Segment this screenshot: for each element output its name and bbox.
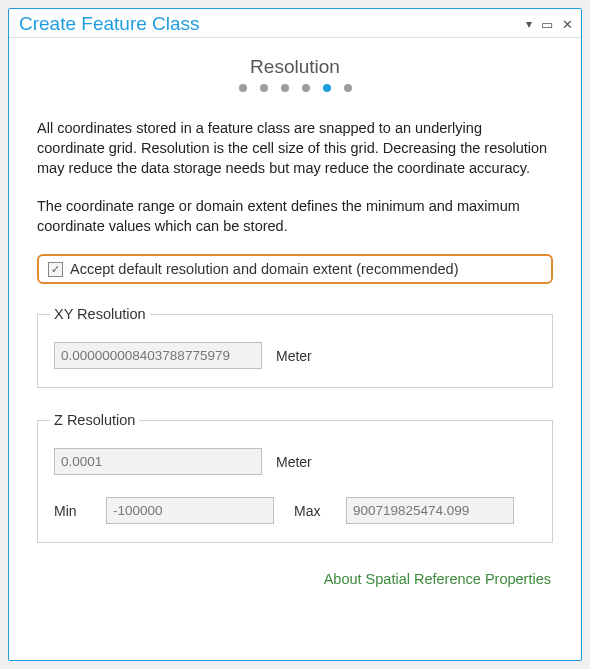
step-dot[interactable]	[344, 84, 352, 92]
step-dot[interactable]	[302, 84, 310, 92]
about-link[interactable]: About Spatial Reference Properties	[37, 571, 553, 587]
dialog-window: Create Feature Class ▾ ▭ ✕ Resolution Al…	[8, 8, 582, 661]
xy-unit-label: Meter	[276, 348, 312, 364]
accept-default-checkbox[interactable]	[48, 262, 63, 277]
window-title: Create Feature Class	[19, 13, 200, 35]
description-2: The coordinate range or domain extent de…	[37, 196, 553, 236]
accept-default-label: Accept default resolution and domain ext…	[70, 261, 459, 277]
z-max-input[interactable]	[346, 497, 514, 524]
dropdown-icon[interactable]: ▾	[526, 18, 532, 30]
window-controls: ▾ ▭ ✕	[526, 18, 573, 31]
step-dot-active[interactable]	[323, 84, 331, 92]
z-min-input[interactable]	[106, 497, 274, 524]
accept-default-row: Accept default resolution and domain ext…	[37, 254, 553, 284]
z-min-label: Min	[54, 503, 92, 519]
step-dot[interactable]	[281, 84, 289, 92]
content-area: Resolution All coordinates stored in a f…	[9, 38, 581, 660]
titlebar: Create Feature Class ▾ ▭ ✕	[9, 9, 581, 38]
step-dot[interactable]	[239, 84, 247, 92]
xy-resolution-group: XY Resolution Meter	[37, 306, 553, 388]
z-resolution-row: Meter	[54, 448, 536, 475]
step-dot[interactable]	[260, 84, 268, 92]
step-dots	[37, 84, 553, 92]
xy-resolution-legend: XY Resolution	[50, 306, 150, 322]
z-resolution-group: Z Resolution Meter Min Max	[37, 412, 553, 543]
xy-resolution-input[interactable]	[54, 342, 262, 369]
z-resolution-input[interactable]	[54, 448, 262, 475]
xy-resolution-row: Meter	[54, 342, 536, 369]
z-unit-label: Meter	[276, 454, 312, 470]
z-resolution-legend: Z Resolution	[50, 412, 139, 428]
close-icon[interactable]: ✕	[562, 18, 573, 31]
z-max-label: Max	[294, 503, 332, 519]
minimize-icon[interactable]: ▭	[541, 18, 553, 31]
step-title: Resolution	[37, 56, 553, 78]
z-range-row: Min Max	[54, 497, 536, 524]
description-1: All coordinates stored in a feature clas…	[37, 118, 553, 178]
